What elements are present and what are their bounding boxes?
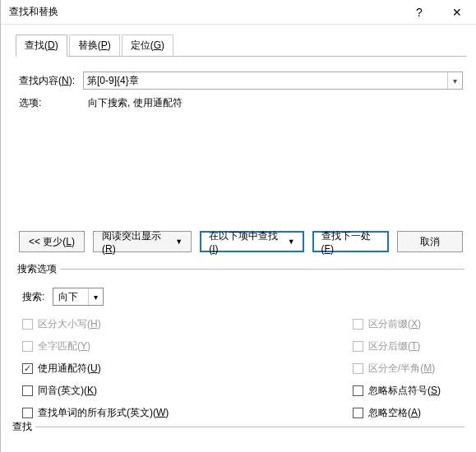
check-sounds-like[interactable]: 同音(英文)(K)	[22, 384, 237, 398]
check-wildcards[interactable]: 使用通配符(U)	[22, 362, 237, 376]
search-options-legend: 搜索选项	[17, 262, 60, 276]
find-in-button[interactable]: 在以下项中查找(I)▼	[200, 231, 303, 252]
find-input[interactable]	[84, 75, 447, 86]
check-prefix: 区分前缀(X)	[353, 317, 460, 331]
check-suffix: 区分后缀(T)	[353, 339, 460, 353]
window-title: 查找和替换	[9, 5, 400, 19]
check-ignore-punct[interactable]: 忽略标点符号(S)	[353, 384, 460, 398]
options-value: 向下搜索, 使用通配符	[88, 96, 183, 110]
check-width: 区分全/半角(M)	[353, 362, 460, 376]
find-label: 查找内容(N):	[19, 74, 78, 88]
options-label: 选项:	[19, 96, 83, 110]
tab-replace[interactable]: 替换(P)	[69, 35, 120, 56]
reading-highlight-button[interactable]: 阅读突出显示(R)▼	[93, 231, 192, 252]
help-button[interactable]: ?	[400, 0, 438, 25]
tab-find[interactable]: 查找(D)	[16, 35, 67, 57]
find-next-button[interactable]: 查找下一处(F)	[312, 231, 389, 252]
find-input-group: ▾	[83, 71, 463, 90]
cancel-button[interactable]: 取消	[397, 231, 463, 252]
chevron-down-icon: ▾	[88, 288, 103, 305]
search-direction-label: 搜索:	[22, 290, 44, 304]
check-ignore-whitespace[interactable]: 忽略空格(A)	[353, 406, 460, 420]
search-direction-select[interactable]: 向下 ▾	[53, 288, 104, 306]
tab-goto[interactable]: 定位(G)	[122, 35, 173, 56]
check-match-case: 区分大小写(H)	[22, 317, 237, 331]
tab-strip: 查找(D) 替换(P) 定位(G)	[16, 35, 466, 56]
check-word-forms[interactable]: 查找单词的所有形式(英文)(W)	[22, 406, 237, 420]
chevron-down-icon[interactable]: ▾	[447, 72, 462, 89]
chevron-down-icon: ▼	[175, 238, 183, 246]
find-section-legend: 查找	[12, 420, 35, 434]
check-whole-word: 全字匹配(Y)	[22, 339, 237, 353]
close-button[interactable]: ✕	[438, 0, 476, 25]
less-button[interactable]: << 更少(L)	[19, 231, 85, 252]
chevron-down-icon: ▼	[288, 238, 295, 246]
